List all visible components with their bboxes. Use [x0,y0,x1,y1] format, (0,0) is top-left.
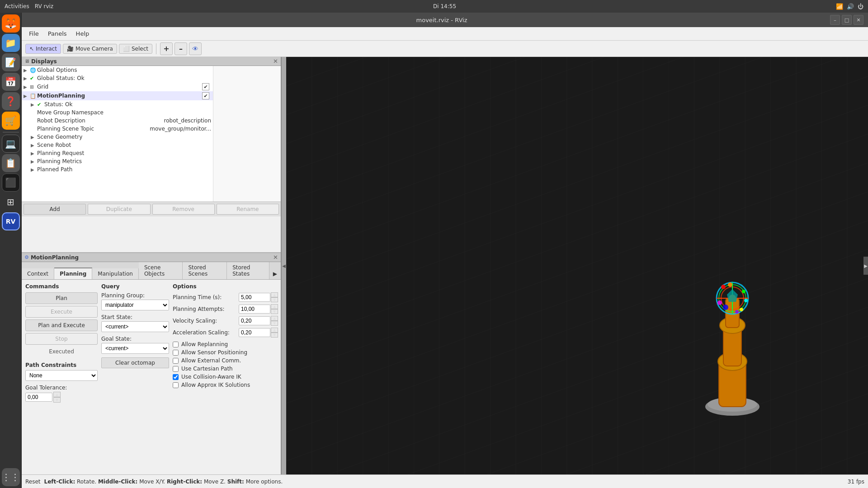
use-cartesian-checkbox[interactable] [173,366,179,372]
menu-file[interactable]: File [25,29,42,38]
tree-row-move-group[interactable]: Move Group Namespace [22,108,213,117]
tree-row-motionplanning[interactable]: ▶ 📋 MotionPlanning ✔ [22,91,213,100]
activities-label[interactable]: Activities [5,3,29,9]
close-button[interactable]: ✕ [854,15,863,25]
tab-manipulation[interactable]: Manipulation [92,268,139,279]
planning-time-down[interactable]: ▼ [271,297,278,302]
query-section: Query Planning Group: manipulator Start … [101,283,169,471]
move-camera-button[interactable]: 🎥 Move Camera [63,44,117,54]
tree-row-planning-request[interactable]: ▶ Planning Request [22,149,213,157]
planning-group-dropdown[interactable]: manipulator [101,300,169,310]
tab-stored-scenes[interactable]: Stored Scenes [183,262,227,279]
plan-button[interactable]: Plan [25,292,98,304]
tree-row-planning-metrics[interactable]: ▶ Planning Metrics [22,157,213,165]
motionplanning-checkbox[interactable]: ✔ [202,92,209,99]
displays-panel-title: Displays [31,58,57,65]
svg-point-18 [740,308,743,311]
reset-button[interactable]: Reset [25,479,41,485]
allow-replanning-label: Allow Replanning [181,341,228,347]
velocity-scaling-up[interactable]: ▲ [271,316,278,321]
dock-item-tasks[interactable]: 📋 [2,154,20,172]
displays-panel-header: 🖥 Displays ✕ [22,57,281,66]
acceleration-scaling-down[interactable]: ▼ [271,333,278,338]
tabs-more-button[interactable]: ▶ [269,268,281,279]
planning-attempts-down[interactable]: ▼ [271,309,278,314]
allow-approx-checkbox[interactable] [173,382,179,388]
planning-time-up[interactable]: ▲ [271,292,278,297]
duplicate-button[interactable]: Duplicate [88,204,150,215]
dock-item-editor[interactable]: 📝 [2,53,20,71]
displays-close-icon[interactable]: ✕ [273,58,278,65]
goal-tolerance-input[interactable] [25,393,52,402]
svg-point-19 [717,300,722,305]
select-button[interactable]: ⬜ Select [119,44,152,54]
path-constraints-dropdown[interactable]: None [25,370,98,381]
tab-planning[interactable]: Planning [54,267,92,279]
motion-close-icon[interactable]: ✕ [273,254,278,261]
minimize-button[interactable]: – [830,15,840,25]
clear-octomap-button[interactable]: Clear octomap [101,357,169,368]
execute-button[interactable]: Execute [25,306,98,318]
tab-scene-objects[interactable]: Scene Objects [139,262,183,279]
planning-attempts-input[interactable] [239,305,270,314]
dock-item-firefox[interactable]: 🦊 [2,14,20,33]
planning-time-label: Planning Time (s): [173,294,236,300]
dock-item-terminal2[interactable]: ⬛ [2,174,20,192]
acceleration-scaling-up[interactable]: ▲ [271,328,278,333]
dock-item-rviz[interactable]: RV [2,212,20,230]
tab-context[interactable]: Context [22,268,54,279]
viewport-right-handle[interactable]: ▶ [863,257,868,275]
plan-execute-button[interactable]: Plan and Execute [25,319,98,331]
dock-item-apps[interactable]: ⋮⋮ [2,468,20,486]
allow-external-checkbox[interactable] [173,358,179,364]
network-icon: 📶 [836,3,843,10]
planning-attempts-up[interactable]: ▲ [271,304,278,309]
3d-viewport[interactable]: ▶ [286,57,868,474]
tree-row-planned-path[interactable]: ▶ Planned Path [22,165,213,174]
menu-panels[interactable]: Panels [44,29,71,38]
dock-item-amazon[interactable]: 🛒 [2,112,20,130]
tree-row-status-ok[interactable]: ▶ ✔ Status: Ok [22,100,213,108]
goal-state-row: Goal State: <current> [101,336,169,354]
tree-row-grid[interactable]: ▶ ⊞ Grid ✔ [22,82,213,91]
tree-label-global-status: Global Status: Ok [37,75,211,81]
acceleration-scaling-input[interactable] [239,328,270,337]
rename-button[interactable]: Rename [217,204,279,215]
goal-tolerance-up[interactable]: ▲ [53,392,61,397]
zoom-in-button[interactable]: + [160,42,173,55]
allow-sensor-checkbox[interactable] [173,350,179,356]
stop-button[interactable]: Stop [25,333,98,345]
app-name-label: RV rviz [35,3,53,9]
add-button[interactable]: Add [24,204,86,215]
dock-item-terminal[interactable]: 💻 [2,135,20,153]
dock-item-help[interactable]: ❓ [2,92,20,110]
interact-button[interactable]: ↖ Interact [25,44,61,54]
svg-point-16 [742,290,745,293]
remove-button[interactable]: Remove [152,204,215,215]
zoom-out-button[interactable]: – [175,42,187,55]
grid-checkbox[interactable]: ✔ [202,83,209,90]
use-collision-checkbox[interactable] [173,374,179,380]
start-state-dropdown[interactable]: <current> [101,321,169,332]
tab-stored-states[interactable]: Stored States [227,262,269,279]
tree-row-global-status[interactable]: ▶ ✔ Global Status: Ok [22,74,213,82]
goal-state-dropdown[interactable]: <current> [101,343,169,354]
tree-row-scene-geometry[interactable]: ▶ Scene Geometry [22,133,213,141]
maximize-button[interactable]: □ [842,15,852,25]
goal-tolerance-down[interactable]: ▼ [53,397,61,403]
velocity-scaling-input[interactable] [239,316,270,325]
svg-marker-23 [727,289,738,302]
tree-row-robot-desc[interactable]: Robot Description robot_description [22,117,213,125]
tree-row-scene-robot[interactable]: ▶ Scene Robot [22,141,213,149]
tree-row-global-options[interactable]: ▶ 🌐 Global Options [22,66,213,74]
dock-item-calendar[interactable]: 📅 [2,73,20,91]
collapse-panel-handle[interactable]: ◀ [282,57,286,474]
view-button[interactable]: 👁 [189,42,202,55]
tree-row-planning-topic[interactable]: Planning Scene Topic move_group/monitor.… [22,125,213,133]
planning-time-input[interactable] [239,293,270,302]
allow-replanning-checkbox[interactable] [173,342,179,347]
menu-help[interactable]: Help [72,29,93,38]
dock-item-grid[interactable]: ⊞ [2,193,20,211]
dock-item-files[interactable]: 📁 [2,34,20,52]
velocity-scaling-down[interactable]: ▼ [271,321,278,326]
